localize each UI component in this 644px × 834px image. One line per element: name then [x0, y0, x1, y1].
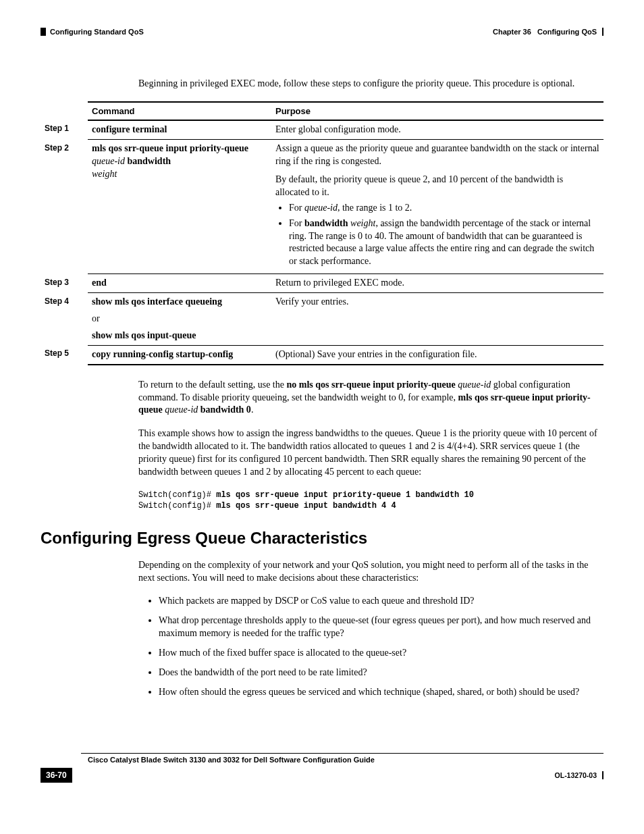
purpose-text: Assign a queue as the priority queue and…	[275, 142, 599, 168]
section-heading: Configuring Egress Queue Characteristics	[41, 527, 603, 549]
list-item: How often should the egress queues be se…	[159, 686, 603, 699]
steps-table: Command Purpose Step 1 configure termina…	[41, 101, 603, 365]
cmd-text: show mls qos input-queue	[92, 330, 196, 340]
purpose-text: Return to privileged EXEC mode.	[271, 274, 603, 293]
footer-doc-id: OL-13270-03	[555, 771, 597, 780]
step-label: Step 2	[41, 140, 88, 274]
purpose-text: By default, the priority queue is queue …	[275, 174, 599, 199]
header-section-title: Configuring Standard QoS	[50, 27, 144, 37]
cmd-text: show mls qos interface queueing	[92, 296, 222, 307]
header-chapter: Chapter 36	[493, 27, 531, 37]
footer-book-title: Cisco Catalyst Blade Switch 3130 and 303…	[88, 755, 603, 765]
post-paragraph: To return to the default setting, use th…	[138, 379, 603, 417]
cmd-or: or	[92, 313, 267, 325]
egress-bullet-list: Which packets are mapped by DSCP or CoS …	[138, 595, 603, 698]
page-header: Configuring Standard QoS Chapter 36 Conf…	[41, 27, 603, 37]
th-command: Command	[88, 102, 271, 121]
step-label: Step 5	[41, 345, 88, 364]
list-item: For bandwidth weight, assign the bandwid…	[289, 217, 599, 269]
list-item: How much of the fixed buffer space is al…	[159, 647, 603, 660]
example-paragraph: This example shows how to assign the ing…	[138, 427, 603, 479]
cmd-arg: weight	[92, 169, 117, 179]
purpose-text: (Optional) Save your entries in the conf…	[271, 345, 603, 364]
intro-paragraph: Beginning in privileged EXEC mode, follo…	[138, 78, 603, 90]
cmd-text: bandwidth	[125, 156, 171, 166]
egress-intro: Depending on the complexity of your netw…	[138, 559, 603, 585]
list-item: Which packets are mapped by DSCP or CoS …	[159, 595, 603, 608]
purpose-text: Enter global configuration mode.	[271, 120, 603, 139]
cmd-arg: queue-id	[92, 156, 125, 166]
header-edge-icon	[602, 28, 603, 36]
cmd-text: end	[92, 278, 107, 288]
th-purpose: Purpose	[271, 102, 603, 121]
footer-edge-icon	[602, 771, 603, 779]
list-item: For queue-id, the range is 1 to 2.	[289, 202, 599, 215]
step-label: Step 1	[41, 120, 88, 139]
step-label: Step 3	[41, 274, 88, 293]
cmd-text: copy running-config startup-config	[92, 349, 233, 359]
cmd-text: mls qos srr-queue input priority-queue	[92, 143, 248, 153]
list-item: Does the bandwidth of the port need to b…	[159, 667, 603, 679]
list-item: What drop percentage thresholds apply to…	[159, 615, 603, 640]
header-bar-icon	[41, 28, 46, 36]
page-footer: Cisco Catalyst Blade Switch 3130 and 303…	[41, 753, 603, 783]
purpose-text: Verify your entries.	[271, 293, 603, 346]
header-chapter-title: Configuring QoS	[537, 27, 597, 37]
cmd-text: configure terminal	[92, 124, 167, 134]
page-number-badge: 36-70	[41, 768, 72, 783]
step-label: Step 4	[41, 293, 88, 346]
code-block: Switch(config)# mls qos srr-queue input …	[138, 490, 603, 511]
